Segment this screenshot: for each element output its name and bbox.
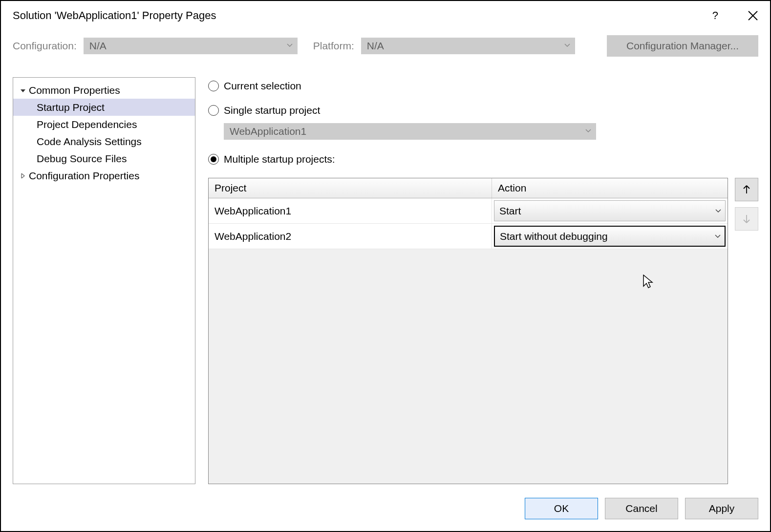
nav-tree: Common Properties Startup Project Projec… — [13, 77, 195, 484]
radio-label: Single startup project — [224, 105, 320, 116]
platform-label: Platform: — [313, 40, 354, 52]
tree-item-label: Debug Source Files — [37, 153, 127, 165]
tree-item-label: Configuration Properties — [29, 170, 139, 182]
action-dropdown[interactable]: Start — [494, 200, 726, 221]
configuration-dropdown: N/A — [84, 38, 298, 54]
move-up-button[interactable] — [735, 178, 758, 201]
radio-icon — [208, 81, 219, 91]
configuration-value: N/A — [89, 40, 107, 52]
grid-row[interactable]: WebApplication2 Start without debugging — [209, 224, 728, 249]
move-down-button[interactable] — [735, 207, 758, 231]
chevron-down-icon — [287, 43, 293, 47]
startup-projects-grid: Project Action WebApplication1 Start Web… — [208, 178, 728, 484]
grid-empty-area — [209, 249, 728, 484]
radio-current-selection[interactable]: Current selection — [208, 77, 758, 95]
tree-item-label: Code Analysis Settings — [37, 136, 142, 148]
expander-expanded-icon[interactable] — [18, 88, 28, 93]
platform-value: N/A — [367, 40, 384, 52]
chevron-down-icon — [715, 234, 721, 238]
cell-project: WebApplication1 — [209, 198, 492, 223]
tree-item-label: Startup Project — [37, 102, 105, 113]
config-manager-button: Configuration Manager... — [607, 35, 758, 57]
tree-item-configuration-properties[interactable]: Configuration Properties — [13, 167, 195, 184]
arrow-down-icon — [741, 213, 752, 224]
platform-dropdown: N/A — [361, 38, 575, 54]
radio-icon-checked — [208, 154, 219, 165]
grid-row[interactable]: WebApplication1 Start — [209, 198, 728, 224]
help-button[interactable]: ? — [712, 9, 718, 22]
close-button[interactable] — [748, 10, 758, 21]
radio-label: Multiple startup projects: — [224, 153, 335, 165]
column-header-action[interactable]: Action — [492, 178, 728, 198]
dialog-buttons: OK Cancel Apply — [525, 498, 758, 519]
tree-item-project-dependencies[interactable]: Project Dependencies — [13, 116, 195, 133]
column-header-project[interactable]: Project — [209, 178, 492, 198]
single-startup-dropdown: WebApplication1 — [224, 123, 596, 140]
action-dropdown-value: Start without debugging — [500, 231, 608, 242]
main: Common Properties Startup Project Projec… — [13, 77, 758, 484]
toolbar: Configuration: N/A Platform: N/A Configu… — [1, 30, 770, 62]
tree-item-label: Common Properties — [29, 85, 120, 96]
apply-button[interactable]: Apply — [685, 498, 758, 519]
arrow-up-icon — [741, 184, 752, 195]
single-startup-value: WebApplication1 — [230, 126, 306, 137]
action-dropdown-value: Start — [499, 205, 521, 217]
radio-single-startup[interactable]: Single startup project — [208, 102, 758, 119]
tree-item-common-properties[interactable]: Common Properties — [13, 82, 195, 99]
startup-project-panel: Current selection Single startup project… — [208, 77, 758, 484]
dialog-title: Solution 'WebApplication1' Property Page… — [13, 9, 216, 22]
expander-collapsed-icon[interactable] — [18, 173, 28, 178]
ok-button[interactable]: OK — [525, 498, 598, 519]
action-dropdown[interactable]: Start without debugging — [494, 226, 726, 247]
configuration-label: Configuration: — [13, 40, 77, 52]
radio-label: Current selection — [224, 80, 301, 92]
chevron-down-icon — [715, 209, 721, 213]
chevron-down-icon — [585, 129, 591, 133]
tree-item-debug-source-files[interactable]: Debug Source Files — [13, 150, 195, 167]
titlebar: Solution 'WebApplication1' Property Page… — [1, 1, 770, 30]
chevron-down-icon — [564, 43, 570, 47]
grid-header: Project Action — [209, 178, 728, 198]
cancel-button[interactable]: Cancel — [605, 498, 678, 519]
tree-item-startup-project[interactable]: Startup Project — [13, 99, 195, 116]
radio-icon — [208, 105, 219, 116]
tree-item-code-analysis[interactable]: Code Analysis Settings — [13, 133, 195, 150]
cell-project: WebApplication2 — [209, 224, 492, 249]
radio-multiple-startup[interactable]: Multiple startup projects: — [208, 150, 758, 168]
tree-item-label: Project Dependencies — [37, 119, 137, 130]
reorder-buttons — [735, 178, 758, 484]
